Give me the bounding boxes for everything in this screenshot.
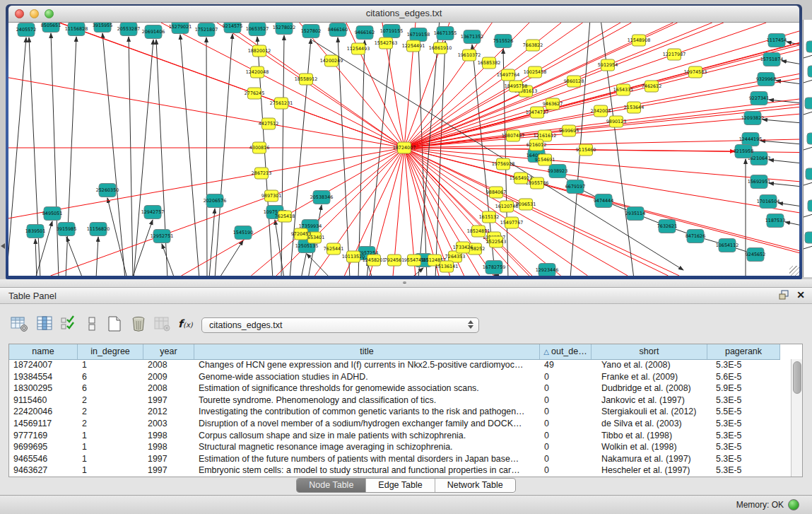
graph-node[interactable]: 11156820 xyxy=(87,223,110,236)
graph-node[interactable]: 7663822 xyxy=(523,40,543,51)
column-header-pagerank[interactable]: pagerank xyxy=(707,344,780,359)
split-pane-divider[interactable] xyxy=(0,279,812,287)
graph-node[interactable]: 10653527 xyxy=(246,23,269,36)
graph-node[interactable]: 7924561 xyxy=(384,255,404,266)
graph-node[interactable]: 8096531 xyxy=(516,199,536,210)
graph-node[interactable]: 1117454 xyxy=(767,34,787,47)
graph-node[interactable]: 15497767 xyxy=(500,217,524,228)
graph-node[interactable]: 9154691 xyxy=(535,154,555,165)
graph-node[interactable]: 9474444 xyxy=(594,194,613,208)
column-header-short[interactable]: short xyxy=(592,344,707,359)
scrollbar-thumb[interactable] xyxy=(793,361,801,394)
graph-node[interactable]: 15279021 xyxy=(169,23,192,34)
graph-node[interactable]: 17016504 xyxy=(757,195,780,209)
graph-node[interactable]: 17521807 xyxy=(195,23,218,37)
graph-node[interactable]: 10654112 xyxy=(716,239,739,252)
delete-table-trash-icon[interactable] xyxy=(129,315,148,333)
graph-node[interactable]: 8215958 xyxy=(734,145,753,158)
graph-node[interactable]: 20206576 xyxy=(204,194,227,208)
function-builder-icon[interactable]: f(x) xyxy=(177,315,196,333)
graph-node[interactable]: 15278022 xyxy=(273,23,296,35)
graph-node[interactable]: 18558912 xyxy=(295,74,318,85)
table-row[interactable]: 2242004622012Investigating the contribut… xyxy=(9,406,791,418)
table-row[interactable]: 1830029562008Estimation of significance … xyxy=(9,382,791,395)
column-header-out_de[interactable]: △out_de… xyxy=(540,344,592,359)
graph-node[interactable]: 15692951 xyxy=(748,175,771,189)
graph-node[interactable]: 13671352 xyxy=(461,30,484,44)
graph-node[interactable]: 4300816 xyxy=(249,142,269,153)
graph-node[interactable]: 12254491 xyxy=(402,40,425,52)
column-header-title[interactable]: title xyxy=(194,344,540,359)
graph-node[interactable]: 7632621 xyxy=(657,220,677,233)
table-row[interactable]: 911546021997Tourette syndrome. Phenomeno… xyxy=(9,395,791,407)
graph-node[interactable]: 9466162 xyxy=(355,26,375,40)
graph-node[interactable]: 9554741 xyxy=(404,255,424,266)
graph-node[interactable]: 20691406 xyxy=(142,25,165,39)
column-header-in_degree[interactable]: in_degree xyxy=(78,344,143,359)
graph-node[interactable]: 25260350 xyxy=(96,184,119,197)
graph-node[interactable]: 16719158 xyxy=(407,28,430,42)
graph-node[interactable]: 7625441 xyxy=(324,243,343,255)
graph-node[interactable]: 7515526 xyxy=(493,35,513,48)
graph-node[interactable]: 12217987 xyxy=(663,49,686,60)
table-settings-icon[interactable] xyxy=(10,315,30,333)
float-panel-icon[interactable] xyxy=(779,290,789,300)
graph-node[interactable]: 8505651 xyxy=(41,23,61,33)
graph-node[interactable]: 8466160 xyxy=(328,23,348,37)
graph-node[interactable]: 15542763 xyxy=(375,37,398,49)
graph-node[interactable]: 1545190 xyxy=(233,226,253,240)
graph-node[interactable]: 8471626 xyxy=(686,230,705,243)
merge-columns-icon[interactable] xyxy=(82,315,102,333)
graph-node[interactable]: 2153644 xyxy=(624,102,644,113)
graph-node[interactable]: 8495051 xyxy=(42,207,62,221)
graph-node[interactable]: 12093822 xyxy=(741,112,765,125)
graph-node[interactable]: 9884067 xyxy=(486,187,506,198)
graph-node[interactable]: 16861910 xyxy=(429,42,452,54)
graph-node[interactable]: 14671355 xyxy=(434,27,457,40)
graph-node[interactable]: 9214575 xyxy=(223,23,242,33)
table-row[interactable]: 946554611997Estimation of the future num… xyxy=(9,453,791,465)
graph-node[interactable]: 16120746 xyxy=(495,201,519,212)
graph-node[interactable]: 11254493 xyxy=(347,43,370,54)
graph-node[interactable]: 10719155 xyxy=(380,25,404,38)
graph-node[interactable]: 9860128 xyxy=(564,76,584,87)
divider-handle-icon[interactable] xyxy=(403,281,406,284)
graph-node[interactable]: 19610372 xyxy=(458,49,481,61)
graph-node[interactable]: 9115460 xyxy=(576,144,596,156)
graph-node[interactable]: 2776245 xyxy=(245,88,264,99)
network-canvas[interactable]: 2405572850565111156828391595520553287206… xyxy=(8,23,799,276)
close-panel-icon[interactable]: ✕ xyxy=(796,289,805,300)
table-row[interactable]: 1872400712008Changes of HCN gene express… xyxy=(9,359,791,371)
graph-node[interactable]: 11156828 xyxy=(65,23,88,36)
tab-network-table[interactable]: Network Table xyxy=(435,479,515,492)
graph-node[interactable]: 10025458 xyxy=(524,66,547,78)
graph-node[interactable]: 1733426 xyxy=(453,242,473,253)
graph-node[interactable]: 9720453 xyxy=(291,228,311,240)
graph-node[interactable]: 9245652 xyxy=(746,248,765,262)
graph-node[interactable]: 1187533 xyxy=(765,214,785,228)
graph-node[interactable]: 6679197 xyxy=(565,180,585,194)
graph-node[interactable]: 2935114 xyxy=(625,207,645,221)
panel-collapse-arrow[interactable] xyxy=(1,243,5,249)
graph-node[interactable]: 20538346 xyxy=(310,191,334,204)
graph-node[interactable]: 9329968 xyxy=(756,73,776,86)
graph-node[interactable]: 19756928 xyxy=(492,158,515,170)
graph-node[interactable]: 9699695 xyxy=(559,125,579,136)
window-titlebar[interactable]: citations_edges.txt xyxy=(8,6,799,23)
column-header-name[interactable]: name xyxy=(9,344,78,359)
new-document-icon[interactable] xyxy=(105,315,124,333)
graph-node[interactable]: 18820012 xyxy=(248,45,271,57)
graph-node[interactable]: 2405572 xyxy=(16,23,36,37)
graph-node[interactable]: 15751874 xyxy=(760,53,784,66)
graph-node[interactable]: 9897301 xyxy=(261,190,281,201)
tab-edge-table[interactable]: Edge Table xyxy=(366,479,435,492)
graph-node[interactable]: 9463627 xyxy=(543,98,563,110)
graph-node[interactable]: 2522543 xyxy=(486,236,506,247)
graph-node[interactable]: 27561231 xyxy=(270,98,293,109)
graph-node[interactable]: 1527802 xyxy=(301,25,321,38)
graph-node[interactable]: 5912954 xyxy=(598,59,618,71)
graph-node[interactable]: 2867213 xyxy=(252,168,271,179)
graph-node[interactable]: 9890123 xyxy=(606,116,626,127)
table-row[interactable]: 1938455462009Genome-wide association stu… xyxy=(9,371,791,383)
graph-node[interactable]: 1654331 xyxy=(613,84,633,95)
